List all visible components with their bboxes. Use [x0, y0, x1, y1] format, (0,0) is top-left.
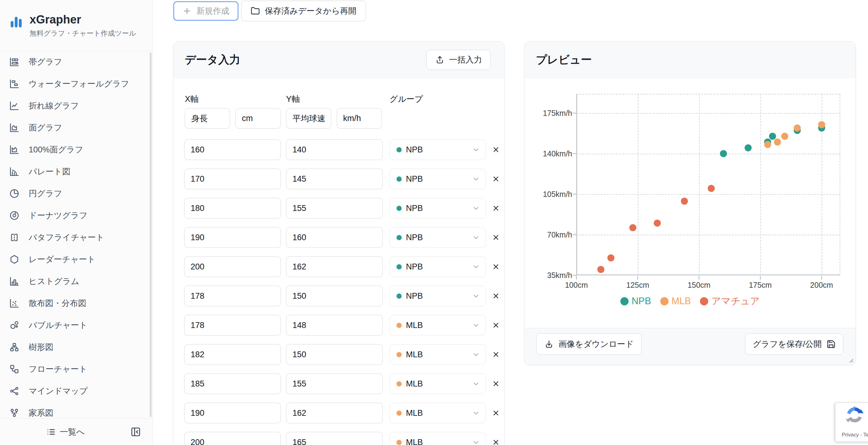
sidebar-item-1[interactable]: 帯グラフ: [0, 51, 153, 73]
sidebar-item-2[interactable]: ウォーターフォールグラフ: [0, 73, 153, 95]
line-chart-icon: [9, 101, 20, 111]
x-axis-label: X軸: [185, 94, 198, 104]
row-delete-button[interactable]: [490, 290, 502, 303]
y-name-input[interactable]: [286, 108, 331, 129]
recaptcha-badge[interactable]: Privacy - Terms: [835, 402, 868, 442]
sidebar-item-12[interactable]: 散布図・分布図: [0, 292, 153, 314]
row-y-input[interactable]: [286, 227, 383, 248]
save-publish-label: グラフを保存/公開: [753, 339, 822, 350]
app-logo[interactable]: xGrapher 無料グラフ・チャート作成ツール: [9, 13, 136, 38]
row-delete-button[interactable]: [490, 319, 502, 331]
sidebar-item-11[interactable]: ヒストグラム: [0, 271, 153, 292]
sidebar-footer: 一覧へ: [0, 418, 153, 445]
row-y-input[interactable]: [286, 256, 383, 277]
row-group-select[interactable]: NPB: [390, 256, 486, 277]
chevron-down-icon: [472, 409, 480, 417]
row-group-select[interactable]: MLB: [390, 344, 486, 365]
row-x-input[interactable]: [184, 432, 281, 445]
sidebar-item-14[interactable]: 樹形図: [0, 336, 153, 358]
save-publish-button[interactable]: グラフを保存/公開: [745, 333, 843, 355]
download-icon: [545, 340, 554, 349]
row-delete-button[interactable]: [490, 202, 502, 215]
row-group-select[interactable]: MLB: [390, 373, 486, 394]
row-x-input[interactable]: [184, 198, 281, 219]
row-group-select[interactable]: NPB: [390, 198, 486, 219]
sidebar-item-5[interactable]: 100%面グラフ: [0, 139, 153, 161]
row-y-input[interactable]: [286, 139, 383, 160]
sidebar-item-8[interactable]: ドーナツグラフ: [0, 204, 153, 226]
row-y-input[interactable]: [286, 198, 383, 219]
sidebar-item-label: 100%面グラフ: [29, 144, 83, 155]
row-group-select[interactable]: NPB: [390, 139, 486, 160]
x-icon: [492, 409, 500, 417]
row-delete-button[interactable]: [490, 143, 502, 156]
row-group-select[interactable]: MLB: [390, 315, 486, 336]
resume-saved-data-label: 保存済みデータから再開: [265, 5, 356, 17]
list-all-button[interactable]: 一覧へ: [0, 419, 131, 445]
new-graph-button[interactable]: 新規作成: [173, 1, 239, 21]
row-y-input[interactable]: [286, 315, 383, 336]
data-row: MLB: [174, 373, 504, 394]
row-y-input[interactable]: [286, 168, 383, 189]
row-y-input[interactable]: [286, 373, 383, 394]
row-x-input[interactable]: [184, 168, 281, 189]
folder-icon: [251, 6, 260, 15]
data-row: MLB: [174, 432, 504, 445]
row-group-select[interactable]: MLB: [390, 432, 486, 445]
sidebar-item-3[interactable]: 折れ線グラフ: [0, 95, 153, 117]
row-x-input[interactable]: [184, 256, 281, 277]
row-delete-button[interactable]: [490, 407, 502, 419]
sidebar-item-13[interactable]: バブルチャート: [0, 314, 153, 336]
row-group-select[interactable]: NPB: [390, 286, 486, 306]
x-axis-tick: [638, 276, 638, 280]
sidebar-item-4[interactable]: 面グラフ: [0, 117, 153, 139]
row-x-input[interactable]: [184, 315, 281, 336]
row-x-input[interactable]: [184, 403, 281, 423]
row-delete-button[interactable]: [490, 377, 502, 390]
row-x-input[interactable]: [184, 344, 281, 365]
row-delete-button[interactable]: [490, 231, 502, 244]
row-x-input[interactable]: [184, 139, 281, 160]
x-name-input[interactable]: [185, 108, 230, 129]
collapse-sidebar-icon[interactable]: [130, 427, 141, 437]
download-image-label: 画像をダウンロード: [558, 339, 634, 350]
row-group-select[interactable]: NPB: [390, 227, 486, 248]
row-delete-button[interactable]: [490, 436, 502, 445]
row-y-input[interactable]: [286, 403, 383, 423]
row-y-input[interactable]: [286, 344, 383, 365]
resume-saved-data-button[interactable]: 保存済みデータから再開: [241, 1, 366, 21]
row-group-select[interactable]: MLB: [390, 403, 486, 423]
download-image-button[interactable]: 画像をダウンロード: [536, 333, 642, 355]
sidebar-item-6[interactable]: パレート図: [0, 161, 153, 183]
row-y-input[interactable]: [286, 286, 383, 306]
row-group-select[interactable]: NPB: [390, 168, 486, 189]
sidebar-item-7[interactable]: 円グラフ: [0, 183, 153, 204]
resize-handle[interactable]: [846, 355, 854, 363]
recaptcha-privacy-terms[interactable]: Privacy - Terms: [842, 432, 868, 438]
row-x-input[interactable]: [184, 373, 281, 394]
bulk-input-button[interactable]: 一括入力: [426, 50, 491, 70]
app: { "app": {"name": "xGrapher", "tagline":…: [0, 0, 868, 445]
row-x-input[interactable]: [184, 227, 281, 248]
sidebar-item-10[interactable]: レーダーチャート: [0, 248, 153, 271]
row-y-input[interactable]: [286, 432, 383, 445]
x-unit-input[interactable]: [236, 108, 281, 129]
upload-icon: [435, 55, 444, 64]
sidebar-scrollbar[interactable]: [150, 53, 152, 417]
x-icon: [492, 350, 500, 359]
y-axis-tick: [573, 234, 577, 235]
sidebar-item-16[interactable]: マインドマップ: [0, 380, 153, 402]
row-x-input[interactable]: [184, 286, 281, 306]
row-delete-button[interactable]: [490, 172, 502, 185]
y-unit-input[interactable]: [337, 108, 382, 129]
y-axis-tick-label: 175km/h: [526, 108, 572, 118]
y-axis-tick: [573, 275, 577, 276]
row-delete-button[interactable]: [490, 348, 502, 361]
row-delete-button[interactable]: [490, 260, 502, 273]
sidebar-item-9[interactable]: バタフライチャート: [0, 226, 153, 248]
sidebar-item-17[interactable]: 家系図: [0, 402, 153, 419]
sidebar-item-15[interactable]: フローチャート: [0, 358, 153, 380]
preview-panel: プレビュー NPBMLBアマチュア 35km/h70km/h105km/h140…: [524, 41, 856, 365]
chart-point-アマチュア: [708, 185, 715, 192]
group-select-value: MLB: [406, 438, 468, 445]
